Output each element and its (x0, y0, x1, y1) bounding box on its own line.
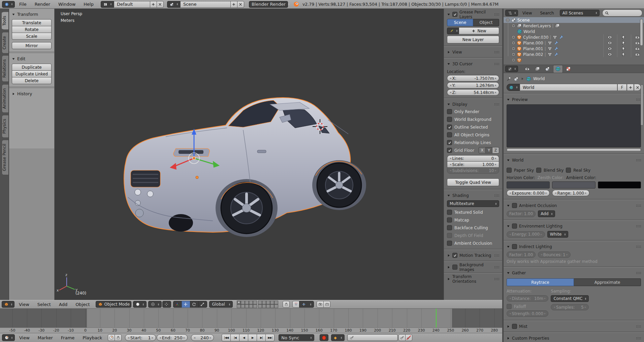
delete-keyframe-button[interactable] (405, 334, 412, 341)
mist-checkbox[interactable] (512, 324, 517, 329)
ao-blend-mode-selector[interactable]: Add (538, 210, 555, 217)
outliner-row-plane-000[interactable]: + Plane.000 | (504, 40, 644, 46)
duplicate-linked-button[interactable]: Duplicate Linked (12, 70, 52, 77)
editor-type-selector[interactable] (505, 10, 518, 16)
gp-datablock-selector[interactable] (447, 28, 459, 34)
insert-keyframe-button[interactable] (398, 334, 406, 341)
manipulator-rotate-button[interactable] (190, 301, 199, 308)
keying-set-field[interactable] (347, 334, 398, 341)
ambient-occlusion-checkbox[interactable] (447, 241, 452, 246)
menu-object[interactable]: Object (72, 302, 93, 307)
menu-add[interactable]: Add (55, 302, 71, 307)
shelf-tab-animation[interactable]: Animation (2, 84, 9, 113)
play-button[interactable]: ▶ (248, 334, 257, 341)
opengl-render-button[interactable] (317, 301, 324, 308)
world-datablock-selector[interactable] (507, 84, 520, 91)
grid-scale-field[interactable]: ◂Scale: 1.000▸ (447, 161, 499, 168)
exposure-field[interactable]: ◂Exposure: 0.000▸ (507, 190, 550, 196)
add-layout-button[interactable] (150, 1, 157, 8)
ambient-color-swatch[interactable] (598, 181, 641, 189)
snap-element-selector[interactable] (299, 301, 314, 308)
outliner-row-scene[interactable]: − Scene (504, 17, 644, 23)
renderable-camera-icon[interactable] (635, 52, 640, 57)
renderable-camera-icon[interactable] (635, 40, 640, 45)
transform-orientations-panel-header[interactable]: Transform Orientations (447, 275, 499, 282)
opengl-render-anim-button[interactable] (323, 301, 330, 308)
env-color-selector[interactable]: White (547, 231, 568, 238)
panel-drag-dots[interactable] (636, 159, 641, 162)
current-frame-field[interactable]: ◂ 240▸ (191, 334, 214, 341)
properties-scrollbar[interactable] (641, 84, 643, 126)
menu-help[interactable]: Help (80, 2, 97, 7)
manipulator-scale-button[interactable] (198, 301, 207, 308)
close-layout-button[interactable] (157, 1, 164, 8)
snap-toggle-button[interactable] (292, 301, 299, 308)
manipulator-translate-button[interactable] (182, 301, 190, 308)
layer-buttons[interactable] (237, 301, 279, 308)
next-keyframe-button[interactable]: ▶| (257, 334, 266, 341)
screen-layout-selector[interactable] (101, 1, 114, 8)
rotate-button[interactable]: Rotate (12, 26, 52, 33)
gather-raytrace-toggle[interactable]: Raytrace (507, 278, 574, 286)
editor-type-selector[interactable] (505, 66, 518, 72)
close-scene-button[interactable] (237, 1, 244, 8)
shelf-tab-physics[interactable]: Physics (2, 115, 9, 138)
gp-new-button[interactable]: New (459, 27, 499, 34)
menu-select[interactable]: Select (34, 302, 55, 307)
pin-icon[interactable] (507, 76, 512, 81)
background-images-panel-header[interactable]: Background Images (447, 264, 499, 271)
panel-drag-dots[interactable] (494, 266, 499, 269)
shelf-tab-grease-pencil[interactable]: Grease Pencil (2, 140, 9, 175)
indirect-lighting-panel-header[interactable]: Indirect Lighting (507, 243, 641, 250)
pivot-point-selector[interactable] (148, 301, 162, 308)
tab-render-layers[interactable] (533, 65, 542, 73)
outliner-scrollbar[interactable] (640, 19, 643, 46)
play-reverse-button[interactable]: ◀ (239, 334, 248, 341)
matcap-checkbox[interactable] (447, 217, 452, 223)
menu-view[interactable]: View (15, 302, 33, 307)
pivot-align-toggle[interactable] (162, 301, 171, 308)
panel-drag-dots[interactable] (636, 225, 641, 228)
add-scene-button[interactable] (230, 1, 237, 8)
zenith-color-swatch[interactable] (552, 181, 595, 189)
cursor-z-field[interactable]: ◂Z: 54.148cm▸ (447, 89, 499, 96)
record-button[interactable] (320, 334, 328, 341)
preview-resize-handle[interactable] (507, 148, 641, 151)
menu-frame[interactable]: Frame (57, 335, 78, 340)
view-panel-header[interactable]: View (447, 48, 499, 56)
menu-search[interactable]: Search (536, 11, 557, 15)
transform-panel-header[interactable]: Transform (12, 11, 52, 18)
horizon-color-swatch[interactable] (507, 181, 550, 189)
timeline-playhead[interactable] (436, 309, 437, 328)
environment-lighting-checkbox[interactable] (512, 224, 517, 229)
autokey-mode-selector[interactable]: ◆ (331, 334, 345, 341)
world-name-field[interactable]: World (520, 84, 617, 91)
new-layer-button[interactable]: New Layer (447, 36, 499, 43)
grid-lines-field[interactable]: ◂Lines: 0▸ (447, 155, 499, 162)
shelf-tab-create[interactable]: Create (2, 32, 9, 54)
menu-view[interactable]: View (15, 335, 33, 340)
transform-manipulator[interactable] (55, 9, 444, 300)
history-panel-header[interactable]: History (12, 90, 52, 97)
unlink-world-button[interactable] (634, 84, 641, 91)
all-object-origins-checkbox[interactable] (447, 132, 452, 137)
frame-start-field[interactable]: ◂Start: 1▸ (125, 334, 156, 341)
paper-sky-checkbox[interactable] (507, 168, 512, 173)
duplicate-button[interactable]: Duplicate (12, 64, 52, 71)
tab-scene[interactable] (543, 65, 552, 73)
grease-pencil-checkbox[interactable] (452, 12, 457, 17)
lock-to-scene-button[interactable] (283, 301, 290, 308)
tab-render[interactable] (523, 65, 532, 73)
toggle-quad-view-button[interactable]: Toggle Quad View (447, 178, 499, 186)
menu-marker[interactable]: Marker (34, 335, 57, 340)
outliner-row-world[interactable]: World (504, 29, 644, 34)
selectable-cursor-icon[interactable] (621, 46, 626, 51)
prev-keyframe-button[interactable]: |◀ (230, 334, 239, 341)
sync-mode-selector[interactable]: No Sync (279, 334, 314, 341)
visibility-eye-icon[interactable] (607, 40, 612, 45)
cursor-y-field[interactable]: ◂Y: 1.2676m▸ (447, 82, 499, 89)
backface-culling-checkbox[interactable] (447, 225, 452, 230)
outliner-row-plane-001[interactable]: + Plane.001 | (504, 46, 644, 52)
panel-drag-dots[interactable] (494, 254, 499, 257)
lock-time-button[interactable] (115, 334, 122, 341)
